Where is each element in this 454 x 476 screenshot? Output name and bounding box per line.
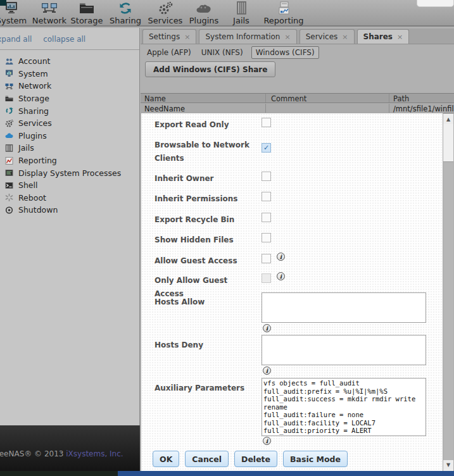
hosts-allow-textarea[interactable]	[262, 292, 426, 323]
sidebar-item-label: Plugins	[18, 131, 47, 141]
tab-label: Services	[306, 32, 338, 41]
sidebar-item-services[interactable]: Services	[0, 117, 139, 130]
subtab-apple-afp[interactable]: Apple (AFP)	[145, 47, 193, 58]
sidebar-item-reboot[interactable]: Reboot	[0, 192, 139, 204]
sidebar-item-storage[interactable]: Storage	[0, 92, 139, 105]
sidebar-item-label: Sharing	[18, 106, 49, 116]
sidebar: expand all collapse all Account System N…	[0, 28, 140, 425]
sidebar-item-sharing[interactable]: Sharing	[0, 104, 139, 117]
toolbar-label: Sharing	[110, 16, 141, 25]
top-toolbar: System Network Storage Sharing Services	[0, 0, 454, 27]
scroll-up-arrow-icon[interactable]: ▲	[443, 115, 453, 124]
dialog-scrollbar[interactable]: ▲ ▼	[443, 114, 453, 471]
sidebar-item-account[interactable]: Account	[0, 55, 139, 68]
toolbar-item-reporting[interactable]: Reporting	[263, 1, 304, 25]
tab-services[interactable]: Services ×	[300, 29, 355, 44]
subtab-unix-nfs[interactable]: UNIX (NFS)	[199, 47, 245, 58]
browsable-to-network-clients-checkbox[interactable]: ✓	[262, 143, 271, 153]
sidebar-item-label: Shutdown	[18, 205, 58, 215]
ixsystems-link[interactable]: iXsystems, Inc.	[66, 449, 123, 458]
info-icon[interactable]: i	[263, 366, 271, 375]
bottom-bar	[0, 471, 454, 476]
toolbar-item-storage[interactable]: Storage	[66, 1, 107, 25]
sidebar-item-network[interactable]: Network	[0, 80, 139, 92]
export-recycle-bin-checkbox[interactable]: ✓	[262, 213, 271, 222]
close-icon[interactable]: ×	[342, 33, 348, 41]
tab-settings[interactable]: Settings ×	[142, 29, 196, 44]
only-allow-guest-access-checkbox[interactable]: ✓	[262, 273, 271, 283]
sidebar-item-system[interactable]: System	[0, 68, 139, 80]
sidebar-item-display-system-processes[interactable]: Display System Processes	[0, 166, 139, 179]
subtab-windows-cifs[interactable]: Windows (CIFS)	[251, 46, 319, 59]
add-windows-cifs-share-button[interactable]: Add Windows (CIFS) Share	[145, 61, 275, 77]
basic-mode-button[interactable]: Basic Mode	[283, 451, 348, 467]
ok-button[interactable]: OK	[153, 451, 179, 467]
auxiliary-parameters-textarea[interactable]: vfs objects = full_audit full_audit:pref…	[262, 378, 426, 436]
scroll-down-arrow-icon[interactable]: ▼	[443, 461, 453, 470]
close-icon[interactable]: ×	[397, 33, 403, 41]
field-label: Export Read Only	[154, 118, 257, 132]
sidebar-item-shell[interactable]: Shell	[0, 179, 139, 192]
info-icon[interactable]: i	[263, 437, 271, 445]
allow-guest-access-checkbox[interactable]: ✓	[262, 254, 271, 263]
close-icon[interactable]: ×	[184, 33, 190, 41]
info-icon[interactable]: i	[263, 324, 271, 332]
sidebar-item-label: Services	[18, 118, 52, 128]
export-read-only-checkbox[interactable]: ✓	[262, 118, 271, 127]
scrollbar-thumb[interactable]	[443, 161, 453, 460]
sidebar-item-label: Jails	[18, 143, 34, 153]
toolbar-label: Network	[32, 16, 66, 25]
footer: FreeNAS® © 2013 iXsystems, Inc.	[0, 425, 140, 471]
sidebar-item-shutdown[interactable]: Shutdown	[0, 204, 139, 216]
toolbar-item-jails[interactable]: Jails	[221, 1, 262, 25]
toolbar-item-network[interactable]: Network	[29, 1, 70, 25]
freenas-screen: System Network Storage Sharing Services	[0, 0, 454, 476]
close-icon[interactable]: ×	[284, 33, 290, 41]
toolbar-item-services[interactable]: Services	[145, 1, 186, 25]
reporting-icon	[275, 1, 292, 15]
toolbar-label: Reporting	[263, 16, 303, 25]
toolbar-item-plugins[interactable]: Plugins	[184, 1, 224, 25]
plugins-icon	[5, 132, 14, 139]
hosts-deny-textarea[interactable]	[262, 335, 426, 365]
sidebar-item-reporting[interactable]: Reporting	[0, 154, 139, 167]
sidebar-item-plugins[interactable]: Plugins	[0, 130, 139, 142]
storage-icon	[79, 1, 95, 15]
field-label: Inherit Permissions	[154, 192, 257, 206]
reporting-icon	[5, 157, 14, 165]
jails-icon	[5, 144, 14, 152]
toolbar-label: Jails	[233, 16, 249, 25]
network-icon	[5, 82, 14, 90]
expand-all-link[interactable]: expand all	[0, 35, 32, 44]
inherit-owner-checkbox[interactable]: ✓	[262, 172, 271, 181]
sharing-icon	[117, 1, 134, 15]
shares-table-header: Name Comment Path	[141, 93, 454, 103]
collapse-all-link[interactable]: collapse all	[43, 35, 85, 44]
services-icon	[157, 1, 173, 15]
dialog-buttons: OK Cancel Delete Basic Mode	[153, 451, 348, 467]
tab-bar: Settings × System Information × Services…	[141, 28, 454, 44]
shell-icon	[5, 182, 14, 189]
cifs-share-dialog: Export Read Only ✓ Browsable to Network …	[141, 113, 443, 471]
sidebar-item-jails[interactable]: Jails	[0, 142, 139, 154]
info-icon[interactable]: i	[277, 272, 285, 280]
table-row[interactable]: NeedName /mnt/sfile1/winfile/	[141, 104, 454, 113]
cancel-button[interactable]: Cancel	[185, 451, 229, 467]
tab-system-information[interactable]: System Information ×	[199, 29, 296, 44]
services-icon	[5, 120, 14, 127]
toolbar-item-sharing[interactable]: Sharing	[105, 1, 146, 25]
delete-button[interactable]: Delete	[234, 451, 277, 467]
network-icon	[41, 1, 58, 15]
field-label: Inherit Owner	[154, 172, 257, 185]
sidebar-tree: Account System Network Storage Sharing S…	[0, 49, 139, 216]
column-header-name[interactable]: Name	[141, 94, 266, 103]
sidebar-item-label: Network	[18, 81, 51, 91]
sharing-icon	[5, 107, 14, 115]
plugins-icon	[196, 1, 212, 15]
column-header-comment[interactable]: Comment	[266, 94, 389, 103]
column-header-path[interactable]: Path	[389, 94, 454, 103]
tab-shares[interactable]: Shares ×	[357, 29, 410, 44]
show-hidden-files-checkbox[interactable]: ✓	[262, 233, 271, 242]
inherit-permissions-checkbox[interactable]: ✓	[262, 192, 271, 201]
info-icon[interactable]: i	[277, 253, 285, 261]
